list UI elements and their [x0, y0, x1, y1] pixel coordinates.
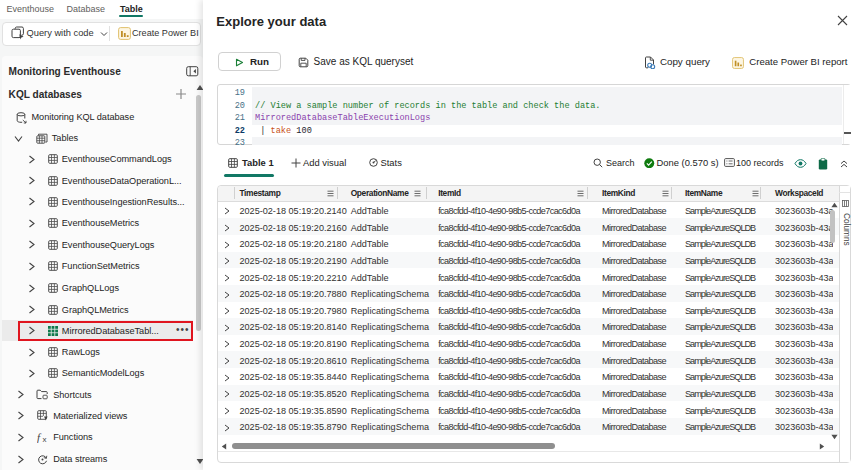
svg-text:f: f [37, 431, 42, 443]
svg-text:x: x [42, 435, 46, 444]
